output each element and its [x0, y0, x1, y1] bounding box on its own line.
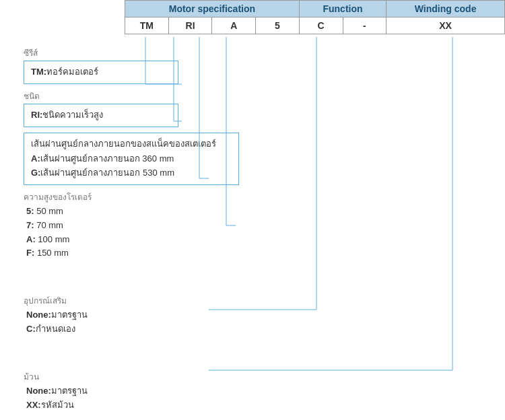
wind-key-0: None:: [26, 386, 51, 396]
path-title: เส้นผ่านศูนย์กลางภายนอกของสแน็คของสเตเตอ…: [31, 137, 232, 151]
wind-key-1: XX:: [26, 400, 41, 410]
wind-val-1: รหัสม้วน: [41, 400, 74, 410]
height-val-1: 70 mm: [36, 220, 63, 230]
path-key-1: G:: [31, 168, 40, 178]
function-header: Function: [299, 1, 386, 18]
winding-section: ม้วน None:มาตรฐาน XX:รหัสม้วน: [24, 370, 505, 413]
acc-val-0: มาตรฐาน: [51, 310, 88, 320]
sub-ri: RI: [168, 18, 212, 34]
type-box: RI:ชนิดความเร็วสูง: [24, 104, 178, 127]
wind-item-0: None:มาตรฐาน: [26, 384, 505, 398]
height-items: 5: 50 mm 7: 70 mm A: 100 mm F: 150 mm: [26, 205, 505, 260]
path-val-1: เส้นผ่านศูนย์กลางภายนอก 530 mm: [40, 168, 174, 178]
series-box: TM:ทอร์คมอเตอร์: [24, 61, 178, 84]
content-area: ซีรีส์ TM:ทอร์คมอเตอร์ ชนิด RI:ชนิดความเ…: [0, 34, 505, 412]
height-val-0: 50 mm: [36, 206, 63, 216]
height-label: ความสูงของโรเตอร์: [24, 190, 505, 203]
series-section: ซีรีส์ TM:ทอร์คมอเตอร์: [24, 46, 505, 84]
acc-key-1: C:: [26, 324, 36, 334]
height-key-3: F:: [26, 248, 34, 258]
height-item-0: 5: 50 mm: [26, 205, 505, 219]
path-val-0: เส้นผ่านศูนย์กลางภายนอก 360 mm: [40, 153, 174, 164]
height-item-3: F: 150 mm: [26, 246, 505, 260]
height-section: ความสูงของโรเตอร์ 5: 50 mm 7: 70 mm A: 1…: [24, 190, 505, 260]
path-box: เส้นผ่านศูนย์กลางภายนอกของสแน็คของสเตเตอ…: [24, 133, 239, 185]
motor-spec-header: Motor specification: [125, 1, 300, 18]
acc-item-1: C:กำหนดเอง: [26, 322, 505, 337]
acc-item-0: None:มาตรฐาน: [26, 308, 505, 322]
height-key-2: A:: [26, 234, 36, 244]
wind-val-0: มาตรฐาน: [51, 386, 88, 396]
wind-item-1: XX:รหัสม้วน: [26, 398, 505, 413]
sub-c: C: [299, 18, 343, 34]
accessories-label: อุปกรณ์เสริม: [24, 294, 505, 307]
height-val-3: 150 mm: [37, 248, 69, 258]
type-val-0: ชนิดความเร็วสูง: [42, 110, 103, 120]
series-key-0: TM:: [31, 67, 46, 77]
sub-five: 5: [256, 18, 300, 34]
winding-label: ม้วน: [24, 370, 505, 383]
sub-a: A: [212, 18, 256, 34]
header-table-wrapper: Motor specification Function Winding cod…: [125, 0, 505, 34]
winding-items: None:มาตรฐาน XX:รหัสม้วน: [26, 384, 505, 413]
height-item-2: A: 100 mm: [26, 233, 505, 247]
height-item-1: 7: 70 mm: [26, 219, 505, 233]
sub-xx: XX: [386, 18, 505, 34]
path-item-0: A:เส้นผ่านศูนย์กลางภายนอก 360 mm: [31, 152, 232, 166]
series-label: ซีรีส์: [24, 46, 505, 59]
path-item-1: G:เส้นผ่านศูนย์กลางภายนอก 530 mm: [31, 166, 232, 180]
winding-code-header: Winding code: [386, 1, 505, 18]
sub-tm: TM: [125, 18, 169, 34]
acc-key-0: None:: [26, 310, 51, 320]
series-item-0: TM:ทอร์คมอเตอร์: [31, 65, 171, 79]
type-key-0: RI:: [31, 110, 42, 120]
type-label: ชนิด: [24, 90, 505, 102]
sub-dash: -: [343, 18, 386, 34]
path-key-0: A:: [31, 153, 40, 164]
page-container: Motor specification Function Winding cod…: [0, 0, 505, 420]
series-val-0: ทอร์คมอเตอร์: [46, 67, 98, 77]
acc-val-1: กำหนดเอง: [36, 324, 75, 334]
height-key-1: 7:: [26, 220, 34, 230]
height-key-0: 5:: [26, 206, 34, 216]
type-item-0: RI:ชนิดความเร็วสูง: [31, 108, 171, 123]
header-table: Motor specification Function Winding cod…: [125, 0, 505, 34]
accessories-section: อุปกรณ์เสริม None:มาตรฐาน C:กำหนดเอง: [24, 294, 505, 337]
path-section: เส้นผ่านศูนย์กลางภายนอกของสแน็คของสเตเตอ…: [24, 133, 505, 185]
accessories-items: None:มาตรฐาน C:กำหนดเอง: [26, 308, 505, 337]
type-section: ชนิด RI:ชนิดความเร็วสูง: [24, 90, 505, 127]
height-val-2: 100 mm: [38, 234, 69, 244]
